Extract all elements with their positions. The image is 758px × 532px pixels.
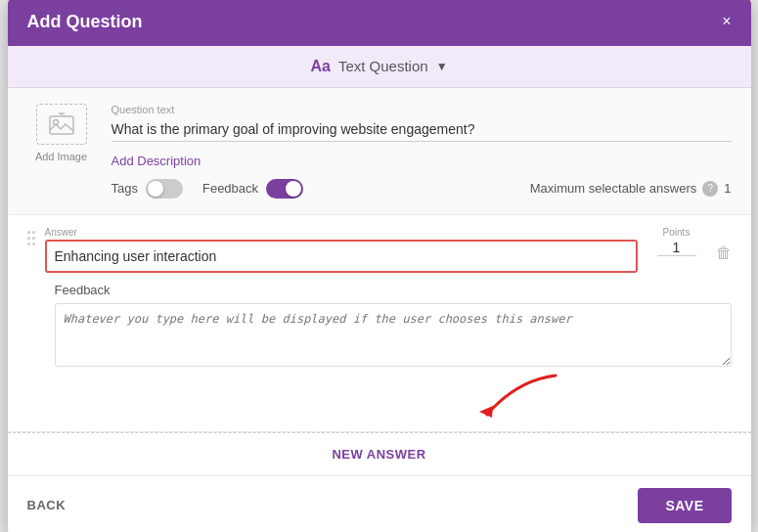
question-type-label: Text Question — [338, 58, 428, 74]
close-button[interactable]: × — [722, 14, 731, 29]
points-input[interactable] — [657, 240, 696, 256]
question-type-bar: Aa Text Question ▼ — [8, 46, 751, 88]
tags-control: Tags — [111, 179, 183, 199]
feedback-section: Feedback — [27, 283, 732, 371]
modal-header: Add Question × — [8, 0, 751, 46]
answer-row: Answer Points 🗑 — [27, 227, 732, 273]
feedback-section-label: Feedback — [55, 283, 732, 297]
feedback-toggle[interactable] — [266, 179, 303, 199]
question-text-group: Question text — [111, 104, 732, 142]
question-type-selector[interactable]: Aa Text Question ▼ — [310, 58, 447, 75]
max-selectable-control: Maximum selectable answers ? 1 — [530, 181, 732, 197]
max-selectable-label: Maximum selectable answers — [530, 181, 697, 196]
new-answer-button[interactable]: NEW ANSWER — [332, 447, 425, 462]
answer-input-wrapper — [45, 240, 638, 273]
max-selectable-value: 1 — [724, 181, 731, 196]
feedback-control: Feedback — [202, 179, 303, 199]
answer-input[interactable] — [55, 248, 628, 264]
text-question-icon: Aa — [310, 58, 330, 75]
answer-field-container: Answer — [45, 227, 638, 273]
add-description-link[interactable]: Add Description — [111, 152, 732, 169]
feedback-textarea[interactable] — [55, 303, 732, 367]
answer-field-label: Answer — [45, 227, 638, 238]
svg-rect-0 — [50, 116, 73, 134]
modal-footer: BACK SAVE — [8, 476, 751, 533]
form-section: Add Image Question text Add Description … — [8, 88, 751, 215]
feedback-toggle-thumb — [286, 181, 301, 197]
question-text-label: Question text — [111, 104, 732, 115]
answer-section: Answer Points 🗑 Feedback — [8, 215, 751, 432]
chevron-down-icon: ▼ — [436, 60, 448, 73]
add-question-modal: Add Question × Aa Text Question ▼ Add Im… — [8, 0, 751, 532]
feedback-toggle-label: Feedback — [202, 181, 258, 196]
points-label: Points — [663, 227, 691, 238]
save-button[interactable]: SAVE — [638, 488, 731, 523]
svg-marker-4 — [479, 406, 493, 418]
back-button[interactable]: BACK — [27, 498, 67, 512]
tags-toggle-thumb — [148, 181, 163, 197]
modal-title: Add Question — [27, 12, 143, 32]
controls-row: Tags Feedback Maximum selectable answers… — [111, 179, 732, 199]
add-image-area[interactable]: Add Image — [27, 104, 96, 162]
help-icon[interactable]: ? — [702, 181, 718, 197]
new-answer-bar: NEW ANSWER — [8, 432, 751, 476]
tags-label: Tags — [111, 181, 138, 196]
question-text-input[interactable] — [111, 117, 732, 142]
arrow-indicator — [27, 371, 732, 420]
tags-toggle[interactable] — [146, 179, 183, 199]
points-section: Points — [647, 227, 706, 256]
delete-answer-button[interactable]: 🗑 — [716, 227, 732, 262]
add-image-label: Add Image — [35, 151, 87, 162]
form-fields: Question text Add Description Tags Feedb… — [111, 104, 732, 199]
image-placeholder-icon — [36, 104, 87, 145]
arrow-svg — [458, 371, 575, 420]
drag-handle[interactable] — [27, 227, 35, 245]
